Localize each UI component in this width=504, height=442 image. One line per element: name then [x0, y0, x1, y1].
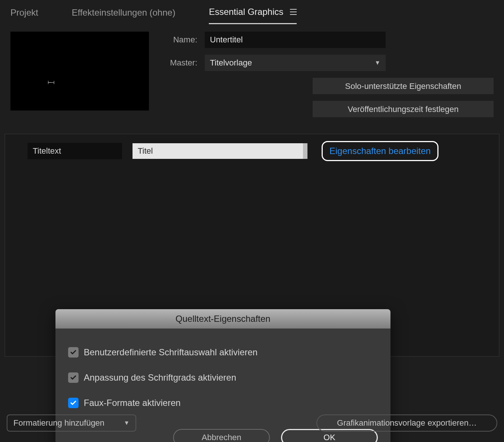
solo-properties-button[interactable]: Solo-unterstützte Eigenschaften: [313, 78, 494, 94]
tab-label: Essential Graphics: [209, 7, 283, 17]
edit-properties-highlight: Eigenschaften bearbeiten: [322, 141, 438, 161]
option-faux-label: Faux-Formate aktivieren: [84, 398, 181, 408]
property-row: Titeltext Titel Eigenschaften bearbeiten: [5, 141, 499, 168]
master-select[interactable]: Titelvorlage ▼: [205, 55, 386, 71]
edit-properties-link[interactable]: Eigenschaften bearbeiten: [329, 146, 431, 156]
preview-thumbnail[interactable]: ⊢⊣: [10, 32, 149, 111]
name-input[interactable]: [205, 32, 386, 48]
add-formatting-label: Formatierung hinzufügen: [13, 418, 105, 428]
chevron-down-icon: ▼: [124, 420, 130, 426]
properties-panel: Titeltext Titel Eigenschaften bearbeiten…: [4, 134, 500, 357]
option-custom-font-row: Benutzerdefinierte Schriftauswahl aktivi…: [68, 340, 378, 365]
option-font-size-label: Anpassung des Schriftgrads aktivieren: [84, 372, 236, 383]
option-font-size-row: Anpassung des Schriftgrads aktivieren: [68, 365, 378, 390]
checkbox-font-size[interactable]: [68, 372, 79, 383]
check-icon: [70, 400, 77, 406]
name-label: Name:: [160, 35, 197, 45]
check-icon: [70, 349, 77, 356]
tab-essential-graphics[interactable]: Essential Graphics: [209, 7, 297, 24]
panel-menu-icon[interactable]: [290, 9, 297, 15]
tab-project[interactable]: Projekt: [10, 7, 38, 24]
check-icon: [70, 374, 77, 381]
option-custom-font-label: Benutzerdefinierte Schriftauswahl aktivi…: [84, 347, 258, 358]
set-poster-time-button[interactable]: Veröffentlichungszeit festlegen: [313, 101, 494, 117]
panel-footer: Formatierung hinzufügen ▼ Grafikanimatio…: [7, 414, 497, 432]
dialog-body: Benutzerdefinierte Schriftauswahl aktivi…: [55, 329, 390, 427]
panel-tabs: Projekt Effekteinstellungen (ohne) Essen…: [0, 0, 504, 24]
export-mogrt-button[interactable]: Grafikanimationsvorlage exportieren…: [316, 414, 497, 432]
option-faux-row: Faux-Formate aktivieren: [68, 390, 378, 416]
template-fields: Name: Master: Titelvorlage ▼ Solo-unters…: [160, 32, 494, 117]
tab-effect-controls[interactable]: Effekteinstellungen (ohne): [72, 7, 175, 24]
chevron-down-icon: ▼: [374, 60, 380, 66]
checkbox-faux[interactable]: [68, 398, 79, 408]
property-label[interactable]: Titeltext: [28, 143, 122, 159]
property-value-input[interactable]: Titel: [133, 143, 307, 159]
dialog-title: Quelltext-Eigenschaften: [55, 309, 390, 329]
template-header: ⊢⊣ Name: Master: Titelvorlage ▼ Solo-unt…: [0, 24, 504, 117]
checkbox-custom-font[interactable]: [68, 347, 79, 358]
thumbnail-mark: ⊢⊣: [48, 80, 54, 85]
add-formatting-select[interactable]: Formatierung hinzufügen ▼: [7, 414, 136, 432]
master-label: Master:: [160, 58, 197, 68]
master-value: Titelvorlage: [210, 58, 252, 68]
